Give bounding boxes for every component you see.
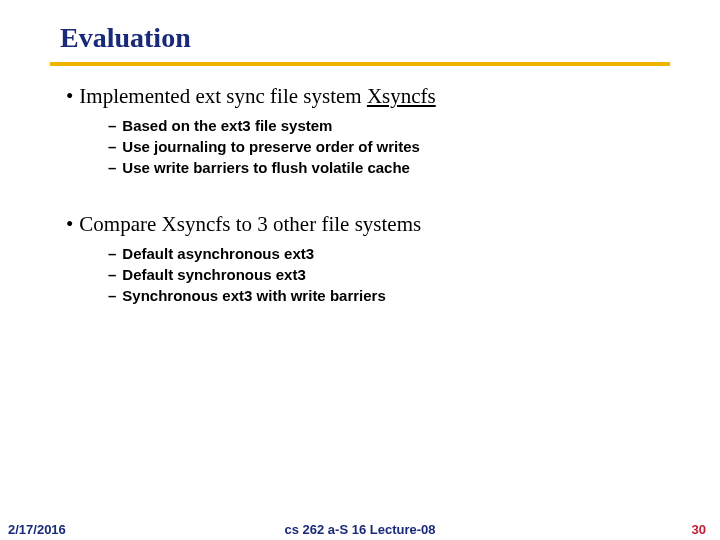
- sub-2-2: –Default synchronous ext3: [108, 266, 680, 283]
- sub-2-1: –Default asynchronous ext3: [108, 245, 680, 262]
- slide-title: Evaluation: [60, 22, 191, 54]
- sub-1-3: –Use write barriers to flush volatile ca…: [108, 159, 680, 176]
- bullet-1: •Implemented ext sync file system Xsyncf…: [66, 84, 680, 109]
- bullet-2-sublist: –Default asynchronous ext3 –Default sync…: [108, 245, 680, 304]
- sub-1-3-marker: –: [108, 159, 116, 176]
- bullet-2-text: Compare Xsyncfs to 3 other file systems: [79, 212, 421, 236]
- footer-center: cs 262 a-S 16 Lecture-08: [0, 522, 720, 537]
- sub-1-1-marker: –: [108, 117, 116, 134]
- sub-1-1: –Based on the ext3 file system: [108, 117, 680, 134]
- sub-1-2-text: Use journaling to preserve order of writ…: [122, 138, 420, 155]
- sub-1-1-text: Based on the ext3 file system: [122, 117, 332, 134]
- bullet-2-marker: •: [66, 212, 73, 236]
- sub-1-2: –Use journaling to preserve order of wri…: [108, 138, 680, 155]
- slide: Evaluation •Implemented ext sync file sy…: [0, 0, 720, 540]
- sub-2-2-text: Default synchronous ext3: [122, 266, 305, 283]
- sub-2-3-marker: –: [108, 287, 116, 304]
- sub-2-2-marker: –: [108, 266, 116, 283]
- bullet-1-marker: •: [66, 84, 73, 108]
- bullet-2: •Compare Xsyncfs to 3 other file systems: [66, 212, 680, 237]
- sub-2-1-text: Default asynchronous ext3: [122, 245, 314, 262]
- bullet-1-sublist: –Based on the ext3 file system –Use jour…: [108, 117, 680, 176]
- sub-1-2-marker: –: [108, 138, 116, 155]
- title-underline: [50, 62, 670, 66]
- content-area: •Implemented ext sync file system Xsyncf…: [66, 84, 680, 340]
- sub-1-3-text: Use write barriers to flush volatile cac…: [122, 159, 410, 176]
- sub-2-3-text: Synchronous ext3 with write barriers: [122, 287, 385, 304]
- bullet-1-text-underlined: Xsyncfs: [367, 84, 436, 108]
- footer-page-number: 30: [692, 522, 706, 537]
- sub-2-3: –Synchronous ext3 with write barriers: [108, 287, 680, 304]
- sub-2-1-marker: –: [108, 245, 116, 262]
- bullet-1-text-a: Implemented ext sync file system: [79, 84, 367, 108]
